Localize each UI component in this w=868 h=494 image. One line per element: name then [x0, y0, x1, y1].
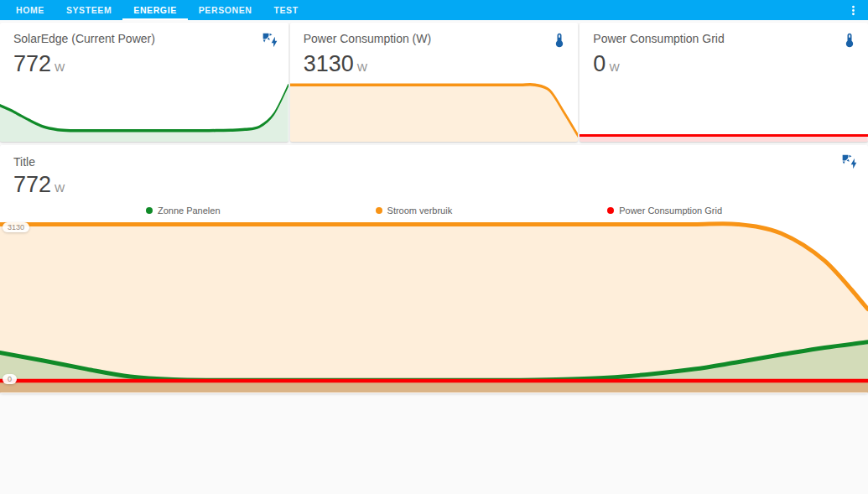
sensor-card[interactable]: Power Consumption (W)3130W: [290, 23, 579, 142]
value-number: 0: [593, 51, 606, 76]
legend-item[interactable]: Power Consumption Grid: [607, 205, 722, 216]
legend-label: Stroom verbruik: [387, 205, 453, 216]
top-nav: HOMESYSTEEMENERGIEPERSONENTEST: [0, 0, 868, 20]
solar-power-icon: [262, 32, 278, 49]
chart-legend: Zonne PanelenStroom verbruikPower Consum…: [0, 201, 868, 220]
legend-label: Zonne Panelen: [158, 205, 221, 216]
card-value: 3130W: [290, 49, 579, 77]
main-value-unit: W: [55, 182, 65, 195]
main-card-value: 772W: [0, 169, 868, 198]
card-title: Power Consumption (W): [304, 32, 432, 45]
nav-tab-energie[interactable]: ENERGIE: [122, 0, 187, 20]
thermometer-icon: [551, 32, 568, 49]
sensor-card-row: SolarEdge (Current Power)772WPower Consu…: [0, 23, 868, 142]
legend-dot-icon: [376, 207, 382, 214]
energy-overview-chart-svg: [0, 221, 868, 393]
sparkline-chart: [0, 81, 288, 142]
legend-label: Power Consumption Grid: [619, 205, 722, 216]
nav-tab-test[interactable]: TEST: [263, 0, 309, 20]
value-unit: W: [357, 61, 367, 74]
value-unit: W: [55, 61, 65, 74]
sparkline-chart: [580, 81, 868, 142]
solar-power-icon: [841, 153, 858, 170]
value-number: 772: [13, 51, 51, 76]
sensor-card[interactable]: SolarEdge (Current Power)772W: [0, 23, 288, 142]
card-value: 0W: [580, 49, 868, 77]
card-value: 772W: [0, 49, 288, 77]
value-number: 3130: [304, 51, 354, 76]
legend-dot-icon: [607, 207, 614, 214]
y-min-label: 0: [3, 374, 17, 384]
sparkline-chart: [290, 81, 579, 142]
value-unit: W: [609, 61, 619, 74]
main-value-number: 772: [13, 172, 51, 197]
sensor-card[interactable]: Power Consumption Grid0W: [580, 23, 868, 142]
legend-item[interactable]: Stroom verbruik: [376, 205, 453, 216]
card-title: Power Consumption Grid: [593, 32, 724, 45]
energy-overview-chart: 3130 0: [0, 221, 868, 393]
legend-dot-icon: [146, 207, 153, 214]
nav-tab-systeem[interactable]: SYSTEEM: [55, 0, 122, 20]
nav-tab-personen[interactable]: PERSONEN: [188, 0, 263, 20]
energy-overview-card[interactable]: Title 772W Zonne PanelenStroom verbruikP…: [0, 145, 868, 393]
kebab-menu-icon[interactable]: [846, 0, 863, 20]
card-title: SolarEdge (Current Power): [13, 32, 155, 45]
y-max-label: 3130: [3, 222, 29, 232]
nav-tab-home[interactable]: HOME: [5, 0, 55, 20]
thermometer-icon: [841, 32, 858, 49]
nav-tabs: HOMESYSTEEMENERGIEPERSONENTEST: [5, 0, 309, 20]
main-card-title: Title: [13, 155, 35, 169]
legend-item[interactable]: Zonne Panelen: [146, 205, 221, 216]
